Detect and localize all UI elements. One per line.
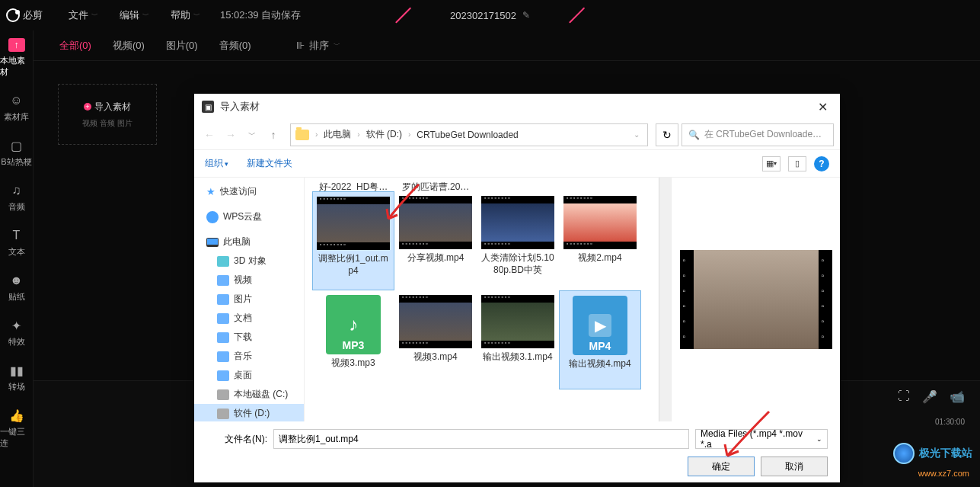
tree-wps[interactable]: WPS云盘 <box>194 207 304 226</box>
preview-pane-button[interactable]: ▯ <box>788 156 806 171</box>
breadcrumb-item[interactable]: 软件 (D:) <box>366 128 402 141</box>
nav-back-button[interactable]: ← <box>200 126 219 144</box>
asset-tabs: 全部(0) 视频(0) 图片(0) 音频(0) ⊪排序﹀ <box>34 30 980 61</box>
refresh-button[interactable]: ↻ <box>656 123 678 146</box>
sidebar-item-transition[interactable]: ▮▮转场 <box>0 355 33 400</box>
tree-thispc[interactable]: 此电脑 <box>194 232 304 252</box>
breadcrumb-item[interactable]: 此电脑 <box>324 128 351 141</box>
video-thumbnail-icon <box>399 196 472 249</box>
sidebar-item-bstation[interactable]: ▢B站热梗 <box>0 130 33 175</box>
sidebar-item-effect[interactable]: ✦特效 <box>0 310 33 355</box>
music-icon: ♫ <box>9 183 24 198</box>
import-subtitle: 视频 音频 图片 <box>82 118 132 129</box>
accent-line-icon <box>569 7 585 23</box>
file-item[interactable]: 调整比例1_out.mp4 <box>312 191 394 290</box>
sidebar-item-audio[interactable]: ♫音频 <box>0 175 33 220</box>
folder-icon <box>217 256 229 267</box>
menu-edit[interactable]: 编辑﹀ <box>109 8 160 22</box>
sidebar-item-local[interactable]: 本地素材 <box>0 30 33 85</box>
pc-icon <box>206 238 219 247</box>
file-name-partial[interactable]: 好-2022_HD粤… <box>312 181 394 191</box>
view-mode-button[interactable]: ▦ ▾ <box>762 156 780 171</box>
tree-pictures[interactable]: 图片 <box>194 290 304 309</box>
app-name: 必剪 <box>23 8 43 22</box>
tree-desktop[interactable]: 桌面 <box>194 366 304 385</box>
chevron-down-icon: ﹀ <box>334 40 340 50</box>
mp3-file-icon: MP3 <box>326 295 381 354</box>
menu-file[interactable]: 文件﹀ <box>58 8 109 22</box>
preview-thumbnail <box>680 250 832 349</box>
tree-downloads[interactable]: 下载 <box>194 328 304 347</box>
breadcrumb-item[interactable]: CRTubeGet Downloaded <box>417 130 518 140</box>
star-icon: ★ <box>206 186 215 197</box>
close-button[interactable]: ✕ <box>813 100 832 114</box>
filename-input[interactable] <box>273 429 689 449</box>
tab-video[interactable]: 视频(0) <box>102 39 155 53</box>
help-icon[interactable]: ? <box>814 156 829 171</box>
sidebar-item-text[interactable]: T文本 <box>0 220 33 265</box>
file-name-partial[interactable]: 罗的匹诺曹.20… <box>394 181 477 191</box>
smile-icon: ☺ <box>9 93 24 108</box>
tree-disk-c[interactable]: 本地磁盘 (C:) <box>194 385 304 404</box>
app-logo: 必剪 <box>6 8 43 22</box>
tree-music[interactable]: 音乐 <box>194 347 304 366</box>
file-item[interactable]: 视频2.mp4 <box>559 191 641 290</box>
tree-3dobjects[interactable]: 3D 对象 <box>194 252 304 271</box>
video-thumbnail-icon <box>563 196 637 249</box>
tab-all[interactable]: 全部(0) <box>49 39 102 53</box>
ok-button[interactable]: 确定 <box>688 457 755 476</box>
sidebar-item-triple[interactable]: 👍一键三连 <box>0 400 33 457</box>
dialog-toolbar: 组织 ▾ 新建文件夹 ▦ ▾ ▯ ? <box>194 150 840 178</box>
file-item[interactable]: 输出视频3.1.mp4 <box>477 290 559 389</box>
sort-button[interactable]: ⊪排序﹀ <box>296 39 340 53</box>
disk-icon <box>217 389 229 400</box>
mic-icon[interactable]: 🎤 <box>922 389 937 404</box>
sidebar-item-library[interactable]: ☺素材库 <box>0 85 33 130</box>
file-grid: 好-2022_HD粤… 罗的匹诺曹.20… 调整比例1_out.mp4 分享视频… <box>305 178 659 421</box>
camera-icon[interactable]: 📹 <box>950 389 965 404</box>
chevron-down-icon[interactable]: ﹀ <box>243 126 261 144</box>
sidebar-item-sticker[interactable]: ☻贴纸 <box>0 265 33 310</box>
dialog-title-icon: ▣ <box>202 101 214 113</box>
tv-icon: ▢ <box>9 138 24 153</box>
tree-videos[interactable]: 视频 <box>194 271 304 290</box>
film-strip-icon <box>680 250 694 349</box>
fullscreen-icon[interactable]: ⛶ <box>898 389 910 403</box>
edit-icon[interactable]: ✎ <box>522 10 530 21</box>
file-item[interactable]: 视频3.mp4 <box>394 290 477 389</box>
cloud-icon <box>206 211 219 223</box>
file-item[interactable]: 分享视频.mp4 <box>394 191 477 290</box>
nav-forward-button[interactable]: → <box>222 126 240 144</box>
search-input[interactable]: 🔍 在 CRTubeGet Downloade… <box>682 123 834 146</box>
tree-disk-d[interactable]: 软件 (D:) <box>194 404 304 421</box>
chevron-down-icon[interactable]: ⌄ <box>634 130 640 139</box>
scrollbar[interactable] <box>659 178 671 421</box>
newfolder-button[interactable]: 新建文件夹 <box>247 157 292 170</box>
file-type-select[interactable]: Media Files (*.mp4 *.mov *.a⌄ <box>695 429 828 449</box>
file-item[interactable]: 人类清除计划5.1080p.BD中英 <box>477 191 559 290</box>
menu-help[interactable]: 帮助﹀ <box>160 8 211 22</box>
tab-audio[interactable]: 音频(0) <box>209 39 262 53</box>
file-item[interactable]: MP4输出视频4.mp4 <box>559 290 641 389</box>
video-thumbnail-icon <box>399 295 472 348</box>
chevron-right-icon: › <box>315 130 318 139</box>
file-item[interactable]: MP3视频3.mp3 <box>312 290 394 389</box>
transition-icon: ▮▮ <box>9 363 24 378</box>
folder-icon <box>217 332 229 343</box>
video-thumbnail-icon <box>481 295 554 348</box>
address-bar[interactable]: › 此电脑 › 软件 (D:) › CRTubeGet Downloaded ⌄ <box>290 123 648 146</box>
import-asset-box[interactable]: +导入素材 视频 音频 图片 <box>58 84 157 145</box>
logo-icon <box>6 8 20 22</box>
disk-icon <box>217 409 229 419</box>
cancel-button[interactable]: 取消 <box>761 457 828 476</box>
chevron-down-icon: ﹀ <box>193 11 200 21</box>
organize-button[interactable]: 组织 ▾ <box>205 157 228 170</box>
mp4-file-icon: MP4 <box>573 296 627 355</box>
chevron-right-icon: › <box>408 130 410 139</box>
tree-documents[interactable]: 文档 <box>194 309 304 328</box>
tab-image[interactable]: 图片(0) <box>155 39 209 53</box>
file-open-dialog: ▣ 导入素材 ✕ ← → ﹀ ↑ › 此电脑 › 软件 (D:) › CRTub… <box>194 94 840 482</box>
nav-up-button[interactable]: ↑ <box>264 126 283 144</box>
tree-quick-access[interactable]: ★快速访问 <box>194 182 304 201</box>
import-label: +导入素材 <box>84 101 131 114</box>
